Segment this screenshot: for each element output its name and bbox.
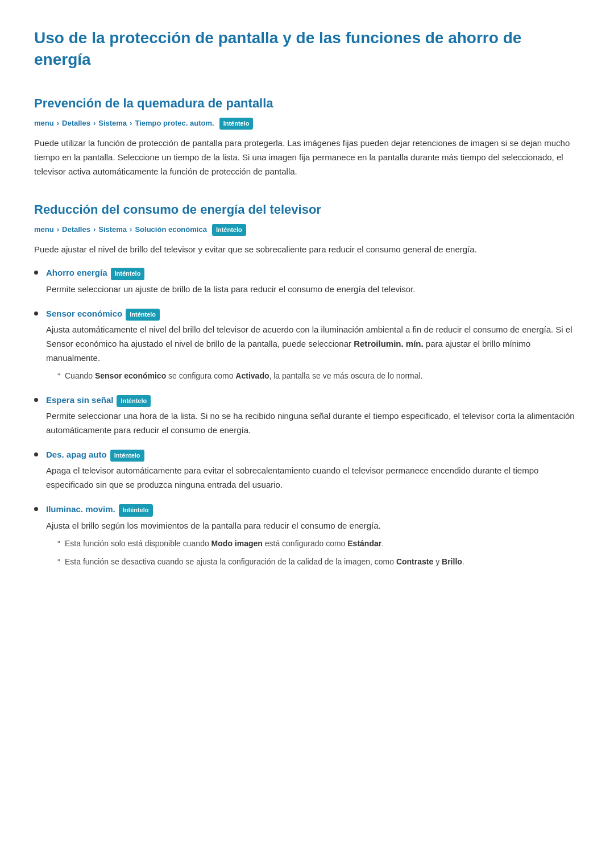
bullet-label-des-apag-auto: Des. apag auto [46, 450, 107, 459]
sub-note: "Cuando Sensor económico se configura co… [46, 369, 580, 383]
bullet-content-sensor-economico: Sensor económicoInténteloAjusta automáti… [46, 307, 580, 383]
sub-note: "Esta función se desactiva cuando se aju… [46, 555, 580, 568]
breadcrumb-item: Detalles [62, 224, 90, 236]
bullet-dot [34, 312, 38, 315]
bullet-item: Sensor económicoInténteloAjusta automáti… [34, 307, 580, 383]
try-it-badge-ahorro-energia[interactable]: Inténtelo [111, 268, 145, 280]
sections-container: Prevención de la quemadura de pantallame… [34, 93, 580, 568]
try-it-badge-espera-sin-senal[interactable]: Inténtelo [117, 395, 151, 408]
bullet-desc-sensor-economico: Ajusta automáticamente el nivel del bril… [46, 323, 580, 365]
bullet-content-ahorro-energia: Ahorro energíaInténteloPermite seleccion… [46, 266, 580, 296]
try-it-badge-iluminac-movim[interactable]: Inténtelo [119, 504, 153, 517]
bullet-dot [34, 271, 38, 275]
page-title: Uso de la protección de pantalla y de la… [34, 27, 580, 70]
section-title-energy-saving: Reducción del consumo de energía del tel… [34, 200, 580, 219]
try-it-badge-sensor-economico[interactable]: Inténtelo [126, 309, 160, 321]
breadcrumb-separator: › [57, 118, 59, 130]
sub-note-quote-icon: " [57, 556, 60, 568]
breadcrumb-energy-saving: menu›Detalles›Sistema›Solución económica… [34, 224, 580, 236]
sub-note-quote-icon: " [57, 538, 60, 550]
try-it-badge-des-apag-auto[interactable]: Inténtelo [110, 450, 144, 462]
breadcrumb-item: Sistema [98, 224, 127, 236]
try-it-badge-energy-saving[interactable]: Inténtelo [212, 224, 246, 236]
bullet-content-iluminac-movim: Iluminac. movim.InténteloAjusta el brill… [46, 502, 580, 568]
bullet-item: Ahorro energíaInténteloPermite seleccion… [34, 266, 580, 296]
breadcrumb-separator: › [57, 224, 59, 236]
breadcrumb-item: Solución económica [135, 224, 206, 236]
sub-note-text: Esta función solo está disponible cuando… [65, 537, 384, 550]
breadcrumb-separator: › [93, 224, 96, 236]
breadcrumb-item: Detalles [62, 118, 90, 130]
breadcrumb-item: menu [34, 224, 54, 236]
sub-note-text: Cuando Sensor económico se configura com… [65, 369, 423, 382]
bullet-label-ahorro-energia: Ahorro energía [46, 268, 107, 277]
breadcrumb-screen-burn: menu›Detalles›Sistema›Tiempo protec. aut… [34, 118, 580, 130]
bullet-dot [34, 507, 38, 511]
bullet-content-des-apag-auto: Des. apag autoInténteloApaga el televiso… [46, 448, 580, 492]
bullet-desc-espera-sin-senal: Permite seleccionar una hora de la lista… [46, 409, 580, 438]
bullet-desc-des-apag-auto: Apaga el televisor automáticamente para … [46, 464, 580, 492]
bullet-item: Iluminac. movim.InténteloAjusta el brill… [34, 502, 580, 568]
bullet-label-sensor-economico: Sensor económico [46, 309, 122, 318]
bullet-label-iluminac-movim: Iluminac. movim. [46, 504, 115, 514]
breadcrumb-separator: › [130, 118, 132, 130]
section-body-energy-saving: Puede ajustar el nivel de brillo del tel… [34, 243, 580, 257]
breadcrumb-item: Tiempo protec. autom. [135, 118, 214, 130]
breadcrumb-separator: › [130, 224, 132, 236]
bullet-item: Espera sin señalInténteloPermite selecci… [34, 393, 580, 438]
try-it-badge-screen-burn[interactable]: Inténtelo [219, 118, 254, 130]
section-title-screen-burn: Prevención de la quemadura de pantalla [34, 93, 580, 113]
sub-note: "Esta función solo está disponible cuand… [46, 537, 580, 550]
sub-note-quote-icon: " [57, 370, 60, 383]
bullet-item: Des. apag autoInténteloApaga el televiso… [34, 448, 580, 492]
breadcrumb-item: Sistema [98, 118, 127, 130]
bullet-desc-ahorro-energia: Permite seleccionar un ajuste de brillo … [46, 283, 580, 297]
breadcrumb-separator: › [93, 118, 96, 130]
bullet-content-espera-sin-senal: Espera sin señalInténteloPermite selecci… [46, 393, 580, 438]
bullet-dot [34, 452, 38, 456]
bullet-label-espera-sin-senal: Espera sin señal [46, 395, 113, 405]
bullet-list-energy-saving: Ahorro energíaInténteloPermite seleccion… [34, 266, 580, 568]
section-body-screen-burn: Puede utilizar la función de protección … [34, 136, 580, 178]
sub-note-text: Esta función se desactiva cuando se ajus… [65, 555, 464, 568]
bullet-dot [34, 398, 38, 402]
breadcrumb-item: menu [34, 118, 54, 130]
bullet-desc-iluminac-movim: Ajusta el brillo según los movimientos d… [46, 519, 580, 533]
